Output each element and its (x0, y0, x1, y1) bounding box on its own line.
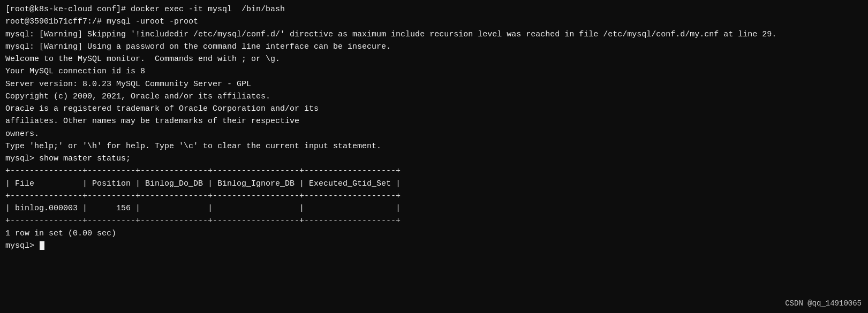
terminal-line: 1 row in set (0.00 sec) (5, 227, 863, 240)
terminal-line: owners. (5, 128, 863, 140)
terminal-line: +---------------+----------+------------… (5, 215, 863, 227)
terminal-line: Server version: 8.0.23 MySQL Community S… (5, 78, 863, 90)
terminal-line: +---------------+----------+------------… (5, 165, 863, 177)
terminal-line: Type 'help;' or '\h' for help. Type '\c'… (5, 140, 863, 152)
terminal-line: Welcome to the MySQL monitor. Commands e… (5, 53, 863, 65)
terminal-line: Copyright (c) 2000, 2021, Oracle and/or … (5, 90, 863, 103)
terminal-line: [root@k8s-ke-cloud conf]# docker exec -i… (5, 3, 863, 16)
terminal-line: affiliates. Other names may be trademark… (5, 115, 863, 127)
terminal-line: | binlog.000003 | 156 | | | | (5, 202, 863, 215)
terminal-line: Oracle is a registered trademark of Orac… (5, 103, 863, 115)
terminal-line: +---------------+----------+------------… (5, 190, 863, 202)
terminal-line: mysql> (5, 240, 863, 252)
terminal-line: Your MySQL connection id is 8 (5, 65, 863, 78)
terminal-line: root@35901b71cff7:/# mysql -uroot -proot (5, 16, 863, 28)
terminal-cursor (40, 241, 44, 250)
terminal-window: [root@k8s-ke-cloud conf]# docker exec -i… (0, 0, 868, 313)
terminal-line: mysql> show master status; (5, 152, 863, 165)
watermark: CSDN @qq_14910065 (785, 299, 862, 308)
terminal-line: mysql: [Warning] Using a password on the… (5, 41, 863, 53)
terminal-line: | File | Position | Binlog_Do_DB | Binlo… (5, 178, 863, 190)
terminal-line: mysql: [Warning] Skipping '!includedir /… (5, 28, 863, 41)
